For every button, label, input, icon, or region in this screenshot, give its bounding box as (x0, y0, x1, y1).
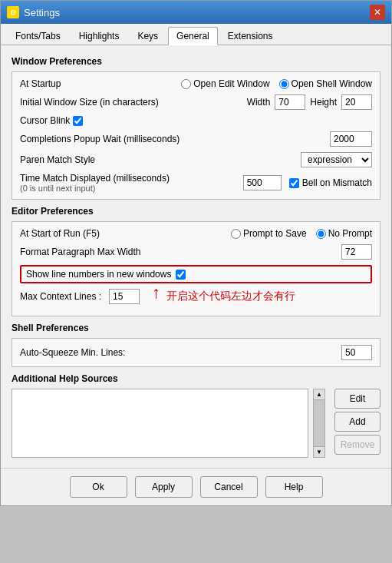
auto-squeeze-label: Auto-Squeeze Min. Lines: (20, 347, 125, 358)
paren-match-row: Paren Match Style expression parenthesis… (20, 152, 372, 167)
main-content: Window Preferences At Startup Open Edit … (1, 45, 391, 468)
scrollbar[interactable]: ▲ ▼ (313, 389, 325, 458)
ok-button[interactable]: Ok (70, 476, 127, 498)
open-shell-option[interactable]: Open Shell Window (279, 78, 372, 89)
max-context-row: Max Context Lines : (20, 289, 140, 304)
tab-keys[interactable]: Keys (129, 27, 166, 45)
window-title: Settings (24, 7, 60, 18)
at-run-label: At Start of Run (F5) (20, 228, 100, 239)
open-edit-label: Open Edit Window (193, 78, 269, 89)
settings-window: ⚙ Settings ✕ Fonts/Tabs Highlights Keys … (0, 0, 392, 506)
title-bar-left: ⚙ Settings (7, 6, 60, 18)
close-button[interactable]: ✕ (370, 5, 385, 20)
show-line-numbers-row: Show line numbers in new windows (20, 265, 372, 283)
format-para-label: Format Paragraph Max Width (20, 247, 140, 257)
cancel-button[interactable]: Cancel (200, 476, 258, 498)
width-label: Width (247, 97, 271, 108)
footer-bar: Ok Apply Cancel Help (1, 468, 391, 505)
title-bar: ⚙ Settings ✕ (1, 1, 391, 24)
time-match-input[interactable] (243, 175, 282, 190)
bell-mismatch-option[interactable]: Bell on Mismatch (289, 177, 372, 188)
initial-size-label: Initial Window Size (in characters) (20, 97, 159, 108)
no-prompt-radio[interactable] (316, 229, 326, 239)
tab-highlights[interactable]: Highlights (71, 27, 128, 45)
scroll-down-arrow[interactable]: ▼ (314, 446, 324, 457)
open-shell-radio[interactable] (279, 79, 289, 89)
shell-prefs-title: Shell Preferences (12, 323, 380, 333)
editor-prefs-box: At Start of Run (F5) Prompt to Save No P… (12, 221, 380, 316)
annotation-arrow: ↑ (152, 283, 160, 303)
completions-label: Completions Popup Wait (milliseconds) (20, 134, 180, 144)
cursor-blink-checkbox[interactable] (73, 116, 83, 126)
prompt-save-label: Prompt to Save (243, 228, 307, 239)
show-line-numbers-label: Show line numbers in new windows (26, 269, 171, 280)
time-match-row: Time Match Displayed (milliseconds) (0 i… (20, 173, 372, 193)
paren-match-select[interactable]: expression parenthesis none (301, 152, 372, 167)
scroll-thumb[interactable] (314, 400, 324, 446)
prompt-save-option[interactable]: Prompt to Save (231, 228, 307, 239)
help-sources-container: ▲ ▼ Edit Add Remove (12, 389, 380, 460)
settings-icon: ⚙ (7, 6, 19, 18)
cursor-blink-label: Cursor Blink (20, 115, 70, 126)
at-startup-row: At Startup Open Edit Window Open Shell W… (20, 78, 372, 89)
scroll-up-arrow[interactable]: ▲ (314, 389, 324, 400)
initial-size-row: Initial Window Size (in characters) Widt… (20, 94, 372, 110)
width-input[interactable] (275, 94, 305, 110)
help-sources-textarea[interactable] (12, 389, 308, 458)
remove-button[interactable]: Remove (334, 435, 380, 455)
completions-row: Completions Popup Wait (milliseconds) (20, 131, 372, 147)
help-sources-title: Additional Help Sources (12, 373, 380, 384)
startup-radio-group: Open Edit Window Open Shell Window (181, 78, 372, 89)
open-edit-radio[interactable] (181, 79, 191, 89)
at-run-row: At Start of Run (F5) Prompt to Save No P… (20, 228, 372, 239)
at-startup-label: At Startup (20, 78, 61, 89)
completions-input[interactable] (330, 131, 372, 147)
add-button[interactable]: Add (334, 412, 380, 432)
no-prompt-label: No Prompt (328, 228, 372, 239)
cursor-blink-row: Cursor Blink (20, 115, 372, 126)
run-radio-group: Prompt to Save No Prompt (231, 228, 372, 239)
time-match-labels: Time Match Displayed (milliseconds) (0 i… (20, 173, 170, 193)
height-input[interactable] (341, 94, 372, 110)
window-prefs-box: At Startup Open Edit Window Open Shell W… (12, 71, 380, 200)
format-para-row: Format Paragraph Max Width (20, 244, 372, 260)
time-match-label: Time Match Displayed (milliseconds) (20, 173, 170, 184)
max-context-label: Max Context Lines : (20, 291, 101, 302)
no-prompt-option[interactable]: No Prompt (316, 228, 372, 239)
edit-button[interactable]: Edit (334, 389, 380, 409)
show-line-numbers-checkbox[interactable] (176, 270, 186, 280)
help-textarea-wrapper (12, 389, 308, 460)
time-match-sub: (0 is until next input) (20, 184, 170, 193)
help-button[interactable]: Help (265, 476, 323, 498)
format-para-input[interactable] (341, 244, 372, 260)
paren-match-label: Paren Match Style (20, 154, 95, 165)
tab-extensions[interactable]: Extensions (219, 27, 282, 45)
chinese-annotation: 开启这个代码左边才会有行 (166, 290, 295, 303)
apply-button[interactable]: Apply (135, 476, 193, 498)
bell-mismatch-checkbox[interactable] (289, 178, 299, 188)
open-shell-label: Open Shell Window (292, 78, 372, 89)
window-prefs-title: Window Preferences (12, 56, 380, 67)
shell-prefs-box: Auto-Squeeze Min. Lines: (12, 338, 380, 367)
max-context-input[interactable] (109, 289, 140, 304)
tab-general[interactable]: General (168, 27, 218, 45)
help-side-buttons: Edit Add Remove (334, 389, 380, 455)
editor-prefs-title: Editor Preferences (12, 206, 380, 217)
max-context-container: Max Context Lines : ↑ 开启这个代码左边才会有行 (20, 289, 372, 304)
prompt-save-radio[interactable] (231, 229, 241, 239)
bell-mismatch-label: Bell on Mismatch (302, 177, 372, 188)
height-label: Height (310, 97, 337, 108)
open-edit-option[interactable]: Open Edit Window (181, 78, 269, 89)
tab-fonts-tabs[interactable]: Fonts/Tabs (7, 27, 69, 45)
tab-bar: Fonts/Tabs Highlights Keys General Exten… (1, 24, 391, 45)
auto-squeeze-input[interactable] (341, 345, 372, 360)
auto-squeeze-row: Auto-Squeeze Min. Lines: (20, 345, 372, 360)
